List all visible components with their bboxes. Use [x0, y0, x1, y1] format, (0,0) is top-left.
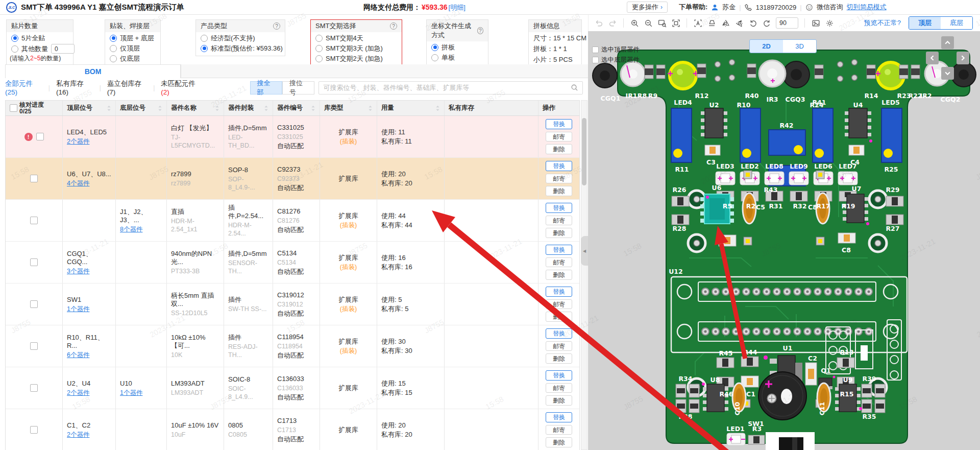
row-checkbox[interactable] — [30, 384, 38, 392]
pan-down-button[interactable] — [941, 67, 954, 80]
top-layer-button[interactable]: 顶层 — [909, 17, 941, 29]
option-top-only[interactable]: 仅顶层 — [105, 42, 160, 53]
rotate-left-button[interactable] — [747, 17, 759, 29]
rotate-right-button[interactable] — [761, 17, 773, 29]
option-economy[interactable]: 经济型(不支持) — [196, 32, 285, 42]
buzzer[interactable] — [758, 372, 806, 420]
option-other-qty[interactable]: 其他数量 — [7, 42, 73, 54]
fee-detail-link[interactable]: [明细] — [449, 3, 465, 12]
delete-button[interactable]: 删除 — [546, 144, 572, 154]
delete-button[interactable]: 删除 — [546, 270, 572, 280]
row-checkbox[interactable] — [36, 133, 44, 140]
cap-c1[interactable] — [741, 376, 758, 387]
select-bottom-components[interactable]: 选中底层器件 — [592, 56, 640, 64]
photodiode-cgq2[interactable] — [951, 62, 976, 87]
delete-button[interactable]: 删除 — [546, 186, 572, 196]
column-header-1[interactable]: 底层位号 — [116, 101, 167, 115]
mirror-horizontal-button[interactable] — [719, 17, 731, 29]
trimpot-r10[interactable] — [740, 108, 761, 162]
tab-bom[interactable]: BOM — [5, 64, 181, 78]
replace-button[interactable]: 替换 — [546, 412, 572, 422]
cap-c8-lower[interactable] — [838, 233, 855, 243]
column-header-5[interactable]: 库类型 — [320, 101, 377, 115]
row-checkbox[interactable] — [30, 426, 38, 434]
row-checkbox[interactable] — [30, 217, 38, 224]
switch-sw1[interactable] — [766, 432, 815, 450]
option-lead-2d[interactable]: SMT交期2天 (加急) — [311, 53, 402, 63]
row-checkbox[interactable] — [30, 342, 38, 350]
option-panelized[interactable]: 拼板 — [427, 41, 488, 52]
settings-button[interactable] — [823, 17, 836, 29]
switch-simple-mode-link[interactable]: 切到简易模式 — [847, 3, 887, 12]
led1[interactable] — [727, 433, 745, 445]
refdes-count-link[interactable]: 4个器件 — [67, 179, 111, 187]
qty-input[interactable] — [51, 44, 75, 54]
cap-c4[interactable] — [849, 145, 864, 155]
radio-icon[interactable] — [315, 55, 323, 62]
radio-icon[interactable] — [201, 45, 208, 52]
replace-button[interactable]: 替换 — [546, 370, 572, 381]
option-5-boards[interactable]: 5片全贴 — [7, 32, 73, 42]
undo-button[interactable] — [593, 17, 605, 29]
panel-collapse-handle[interactable]: ◀ — [581, 236, 588, 266]
photodiode-cgq3[interactable] — [783, 61, 810, 88]
refdes-count-link[interactable]: 8个器件 — [120, 225, 162, 233]
radio-icon[interactable] — [11, 35, 18, 42]
preview-issue-link[interactable]: 预览不正常? — [864, 18, 901, 28]
replace-button[interactable]: 替换 — [546, 287, 572, 297]
column-header-0[interactable]: 顶层位号 — [63, 101, 116, 115]
mail-button[interactable]: 邮寄 — [546, 383, 572, 393]
trimpot-r11[interactable] — [671, 108, 692, 162]
trimpot-r42[interactable] — [769, 130, 805, 155]
delete-button[interactable]: 删除 — [546, 437, 572, 447]
row-checkbox[interactable] — [30, 300, 38, 308]
filter-tab-2[interactable]: 嘉立创库存(7) — [107, 79, 147, 96]
ic-u2[interactable] — [701, 108, 727, 138]
option-standard[interactable]: 标准型(预估价: ¥593.36) — [196, 42, 285, 53]
photodiode-cgq1[interactable] — [593, 63, 617, 88]
radio-icon[interactable] — [110, 35, 117, 42]
pan-left-button[interactable] — [926, 52, 939, 64]
replace-button[interactable]: 替换 — [546, 245, 572, 255]
zoom-in-button[interactable] — [628, 17, 641, 29]
radio-icon[interactable] — [315, 35, 323, 42]
radio-icon[interactable] — [110, 55, 117, 62]
ir-led-ir3[interactable] — [759, 60, 786, 87]
option-top-bottom[interactable]: 顶层 + 底层 — [105, 32, 160, 42]
radio-icon[interactable] — [431, 54, 438, 61]
replace-button[interactable]: 替换 — [546, 203, 572, 213]
resistor-r27[interactable] — [886, 215, 903, 225]
option-lead-4d[interactable]: SMT交期4天 — [311, 32, 402, 42]
column-header-4[interactable]: 器件编号 — [273, 101, 320, 115]
view-3d-button[interactable]: 3D — [783, 40, 816, 53]
pan-up-button[interactable] — [941, 36, 954, 49]
replace-button[interactable]: 替换 — [546, 119, 572, 129]
resistor-r26[interactable] — [672, 196, 689, 206]
radio-icon[interactable] — [110, 45, 117, 52]
resistor-r29[interactable] — [886, 196, 903, 206]
search-icon[interactable] — [571, 84, 578, 91]
resistor-r3[interactable] — [748, 435, 765, 444]
refdes-count-link[interactable]: 1个器件 — [67, 305, 111, 313]
snapshot-button[interactable] — [810, 17, 822, 29]
mail-button[interactable]: 邮寄 — [546, 341, 572, 351]
pcb-board[interactable]: CGQ1IR1R8R9LED4R12R40IR3CGQ3R41R14LED5R2… — [593, 50, 976, 450]
refdes-count-link[interactable]: 3个器件 — [67, 267, 111, 275]
filter-tab-0[interactable]: 全部元件(25) — [5, 79, 42, 96]
filter-tab-1[interactable]: 私有库存(16) — [56, 79, 93, 96]
trimpot-r25[interactable] — [881, 108, 902, 162]
label-button[interactable] — [692, 17, 704, 29]
checkbox-icon[interactable] — [592, 46, 599, 53]
cap-below-u6[interactable] — [719, 235, 736, 246]
cap-c3[interactable] — [705, 145, 720, 155]
row-checkbox[interactable] — [30, 175, 38, 182]
zoom-out-button[interactable] — [642, 17, 654, 29]
checkbox-icon[interactable] — [592, 57, 599, 63]
refdes-count-link[interactable]: 6个器件 — [67, 351, 111, 359]
pcb-canvas[interactable]: CGQ1IR1R8R9LED4R12R40IR3CGQ3R41R14LED5R2… — [588, 31, 980, 450]
radio-icon[interactable] — [315, 45, 323, 52]
help-question-icon[interactable]: ? — [477, 27, 483, 34]
silkscreen-button[interactable] — [705, 17, 718, 29]
view-2d-button[interactable]: 2D — [750, 40, 783, 53]
delete-button[interactable]: 删除 — [546, 353, 572, 364]
